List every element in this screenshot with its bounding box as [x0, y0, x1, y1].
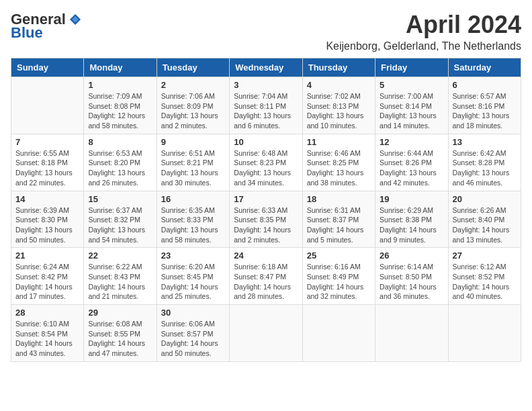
calendar-cell: 3Sunrise: 7:04 AM Sunset: 8:11 PM Daylig… [230, 77, 302, 134]
calendar-cell: 28Sunrise: 6:10 AM Sunset: 8:54 PM Dayli… [11, 305, 84, 362]
day-number: 19 [380, 194, 443, 204]
day-info: Sunrise: 6:24 AM Sunset: 8:42 PM Dayligh… [15, 262, 79, 302]
header-day-thursday: Thursday [302, 58, 375, 77]
calendar-cell [11, 77, 84, 134]
day-info: Sunrise: 6:37 AM Sunset: 8:32 PM Dayligh… [88, 205, 152, 245]
calendar-cell: 10Sunrise: 6:48 AM Sunset: 8:23 PM Dayli… [230, 134, 302, 191]
calendar-cell: 13Sunrise: 6:42 AM Sunset: 8:28 PM Dayli… [448, 134, 521, 191]
day-number: 14 [15, 194, 79, 204]
day-number: 1 [88, 80, 152, 90]
calendar-cell: 5Sunrise: 7:00 AM Sunset: 8:14 PM Daylig… [375, 77, 448, 134]
header-day-friday: Friday [375, 58, 448, 77]
day-number: 8 [88, 137, 152, 147]
day-number: 28 [15, 308, 79, 318]
header: General Blue April 2024 Keijenborg, Geld… [11, 11, 521, 52]
day-number: 21 [15, 250, 79, 261]
header-day-saturday: Saturday [448, 58, 521, 77]
calendar-cell: 12Sunrise: 6:44 AM Sunset: 8:26 PM Dayli… [375, 134, 448, 191]
logo: General Blue [11, 11, 82, 42]
calendar-header-row: SundayMondayTuesdayWednesdayThursdayFrid… [11, 58, 521, 77]
calendar-cell: 27Sunrise: 6:12 AM Sunset: 8:52 PM Dayli… [448, 248, 521, 305]
day-info: Sunrise: 6:14 AM Sunset: 8:50 PM Dayligh… [380, 262, 443, 302]
calendar-cell: 25Sunrise: 6:16 AM Sunset: 8:49 PM Dayli… [302, 248, 375, 305]
calendar-week-3: 14Sunrise: 6:39 AM Sunset: 8:30 PM Dayli… [11, 191, 521, 248]
day-info: Sunrise: 6:39 AM Sunset: 8:30 PM Dayligh… [15, 205, 79, 245]
day-number: 4 [307, 80, 371, 90]
day-number: 10 [234, 137, 298, 147]
calendar-cell: 8Sunrise: 6:53 AM Sunset: 8:20 PM Daylig… [84, 134, 157, 191]
day-info: Sunrise: 6:08 AM Sunset: 8:55 PM Dayligh… [88, 319, 152, 359]
calendar-cell: 17Sunrise: 6:33 AM Sunset: 8:35 PM Dayli… [230, 191, 302, 248]
day-info: Sunrise: 6:12 AM Sunset: 8:52 PM Dayligh… [453, 262, 517, 302]
day-info: Sunrise: 6:22 AM Sunset: 8:43 PM Dayligh… [88, 262, 152, 302]
day-info: Sunrise: 6:29 AM Sunset: 8:38 PM Dayligh… [380, 205, 443, 245]
day-info: Sunrise: 6:20 AM Sunset: 8:45 PM Dayligh… [161, 262, 225, 302]
calendar-week-1: 1Sunrise: 7:09 AM Sunset: 8:08 PM Daylig… [11, 77, 521, 134]
day-number: 6 [453, 80, 517, 90]
calendar-cell: 7Sunrise: 6:55 AM Sunset: 8:18 PM Daylig… [11, 134, 84, 191]
calendar-week-4: 21Sunrise: 6:24 AM Sunset: 8:42 PM Dayli… [11, 248, 521, 305]
calendar-cell: 30Sunrise: 6:06 AM Sunset: 8:57 PM Dayli… [157, 305, 229, 362]
day-number: 7 [15, 137, 79, 147]
calendar-cell: 15Sunrise: 6:37 AM Sunset: 8:32 PM Dayli… [84, 191, 157, 248]
calendar-cell: 16Sunrise: 6:35 AM Sunset: 8:33 PM Dayli… [157, 191, 229, 248]
day-info: Sunrise: 6:35 AM Sunset: 8:33 PM Dayligh… [161, 205, 225, 245]
calendar-week-5: 28Sunrise: 6:10 AM Sunset: 8:54 PM Dayli… [11, 305, 521, 362]
day-number: 17 [234, 194, 298, 204]
calendar-cell: 4Sunrise: 7:02 AM Sunset: 8:13 PM Daylig… [302, 77, 375, 134]
day-info: Sunrise: 6:26 AM Sunset: 8:40 PM Dayligh… [453, 205, 517, 245]
day-info: Sunrise: 6:31 AM Sunset: 8:37 PM Dayligh… [307, 205, 371, 245]
calendar-cell: 1Sunrise: 7:09 AM Sunset: 8:08 PM Daylig… [84, 77, 157, 134]
header-day-monday: Monday [84, 58, 157, 77]
calendar-cell: 29Sunrise: 6:08 AM Sunset: 8:55 PM Dayli… [84, 305, 157, 362]
calendar-cell [230, 305, 302, 362]
calendar-table: SundayMondayTuesdayWednesdayThursdayFrid… [11, 58, 521, 362]
day-info: Sunrise: 6:44 AM Sunset: 8:26 PM Dayligh… [380, 148, 443, 188]
calendar-cell: 11Sunrise: 6:46 AM Sunset: 8:25 PM Dayli… [302, 134, 375, 191]
day-number: 22 [88, 250, 152, 261]
day-number: 16 [161, 194, 225, 204]
logo-blue: Blue [11, 24, 43, 42]
header-day-sunday: Sunday [11, 58, 84, 77]
calendar-cell: 6Sunrise: 6:57 AM Sunset: 8:16 PM Daylig… [448, 77, 521, 134]
day-info: Sunrise: 6:42 AM Sunset: 8:28 PM Dayligh… [453, 148, 517, 188]
day-info: Sunrise: 7:06 AM Sunset: 8:09 PM Dayligh… [161, 91, 225, 131]
day-info: Sunrise: 6:18 AM Sunset: 8:47 PM Dayligh… [234, 262, 298, 302]
day-info: Sunrise: 6:46 AM Sunset: 8:25 PM Dayligh… [307, 148, 371, 188]
day-info: Sunrise: 7:04 AM Sunset: 8:11 PM Dayligh… [234, 91, 298, 131]
day-number: 27 [453, 250, 517, 261]
day-number: 13 [453, 137, 517, 147]
calendar-cell: 23Sunrise: 6:20 AM Sunset: 8:45 PM Dayli… [157, 248, 229, 305]
day-info: Sunrise: 6:53 AM Sunset: 8:20 PM Dayligh… [88, 148, 152, 188]
day-info: Sunrise: 6:55 AM Sunset: 8:18 PM Dayligh… [15, 148, 79, 188]
day-number: 25 [307, 250, 371, 261]
calendar-cell: 19Sunrise: 6:29 AM Sunset: 8:38 PM Dayli… [375, 191, 448, 248]
location: Keijenborg, Gelderland, The Netherlands [326, 40, 521, 52]
day-number: 11 [307, 137, 371, 147]
calendar-cell: 22Sunrise: 6:22 AM Sunset: 8:43 PM Dayli… [84, 248, 157, 305]
day-number: 29 [88, 308, 152, 318]
calendar-cell: 9Sunrise: 6:51 AM Sunset: 8:21 PM Daylig… [157, 134, 229, 191]
day-number: 26 [380, 250, 443, 261]
day-info: Sunrise: 6:57 AM Sunset: 8:16 PM Dayligh… [453, 91, 517, 131]
day-info: Sunrise: 6:10 AM Sunset: 8:54 PM Dayligh… [15, 319, 79, 359]
day-info: Sunrise: 6:06 AM Sunset: 8:57 PM Dayligh… [161, 319, 225, 359]
title-area: April 2024 Keijenborg, Gelderland, The N… [326, 11, 521, 52]
day-number: 2 [161, 80, 225, 90]
calendar-cell [375, 305, 448, 362]
calendar-cell: 24Sunrise: 6:18 AM Sunset: 8:47 PM Dayli… [230, 248, 302, 305]
day-info: Sunrise: 6:51 AM Sunset: 8:21 PM Dayligh… [161, 148, 225, 188]
month-year: April 2024 [326, 11, 521, 39]
calendar-cell: 26Sunrise: 6:14 AM Sunset: 8:50 PM Dayli… [375, 248, 448, 305]
logo-icon [69, 13, 82, 26]
calendar-cell: 2Sunrise: 7:06 AM Sunset: 8:09 PM Daylig… [157, 77, 229, 134]
day-info: Sunrise: 7:09 AM Sunset: 8:08 PM Dayligh… [88, 91, 152, 131]
calendar-cell: 18Sunrise: 6:31 AM Sunset: 8:37 PM Dayli… [302, 191, 375, 248]
calendar-cell [302, 305, 375, 362]
day-number: 24 [234, 250, 298, 261]
day-number: 9 [161, 137, 225, 147]
day-info: Sunrise: 7:02 AM Sunset: 8:13 PM Dayligh… [307, 91, 371, 131]
day-number: 15 [88, 194, 152, 204]
calendar-week-2: 7Sunrise: 6:55 AM Sunset: 8:18 PM Daylig… [11, 134, 521, 191]
day-info: Sunrise: 7:00 AM Sunset: 8:14 PM Dayligh… [380, 91, 443, 131]
